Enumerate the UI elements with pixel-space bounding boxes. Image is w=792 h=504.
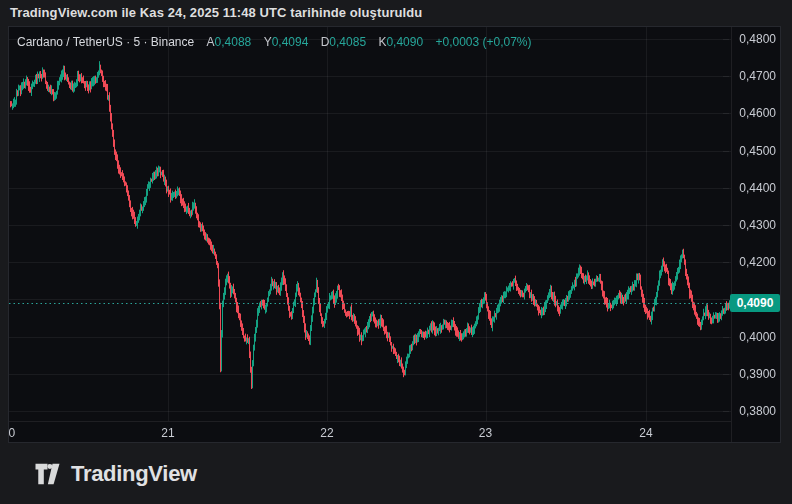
- price-axis-label: 0,3800: [739, 404, 776, 418]
- tradingview-logo-icon: [34, 462, 61, 486]
- tradingview-snapshot: TradingView.com ile Kas 24, 2025 11:48 U…: [0, 0, 792, 504]
- time-axis-label: 23: [479, 426, 492, 440]
- time-axis-label: 22: [320, 426, 333, 440]
- close-value: 0,4090: [386, 35, 423, 49]
- price-axis-label: 0,4400: [739, 181, 776, 195]
- last-price-text: 0,4090: [737, 296, 774, 310]
- price-axis-label: 0,4600: [739, 106, 776, 120]
- low-value: 0,4085: [329, 35, 366, 49]
- price-axis-label: 0,4800: [739, 32, 776, 46]
- last-price-badge: 0,4090: [730, 294, 780, 312]
- chart-legend: Cardano / TetherUS · 5 · Binance A0,4088…: [17, 35, 532, 49]
- high-value: 0,4094: [272, 35, 309, 49]
- creation-banner-text: TradingView.com ile Kas 24, 2025 11:48 U…: [10, 5, 422, 20]
- brand-footer: TradingView: [0, 443, 792, 504]
- time-axis-label: 21: [161, 426, 174, 440]
- candlestick-chart-canvas: [9, 27, 780, 442]
- time-axis-label: 20: [8, 426, 15, 440]
- creation-banner: TradingView.com ile Kas 24, 2025 11:48 U…: [0, 0, 792, 26]
- open-value: 0,4088: [215, 35, 252, 49]
- price-axis-label: 0,4000: [739, 330, 776, 344]
- tradingview-logo-text: TradingView: [71, 461, 197, 487]
- change-value: +0,0003 (+0,07%): [435, 35, 531, 49]
- high-label: Y: [264, 35, 272, 49]
- open-label: A: [207, 35, 215, 49]
- price-axis-label: 0,3900: [739, 367, 776, 381]
- tradingview-logo[interactable]: TradingView: [34, 461, 197, 487]
- price-axis-label: 0,4700: [739, 69, 776, 83]
- price-axis-label: 0,4200: [739, 255, 776, 269]
- chart-panel: Cardano / TetherUS · 5 · Binance A0,4088…: [8, 26, 781, 443]
- time-axis-label: 24: [639, 426, 652, 440]
- price-axis-label: 0,4500: [739, 144, 776, 158]
- symbol-title: Cardano / TetherUS · 5 · Binance: [17, 35, 194, 49]
- price-axis-label: 0,4300: [739, 218, 776, 232]
